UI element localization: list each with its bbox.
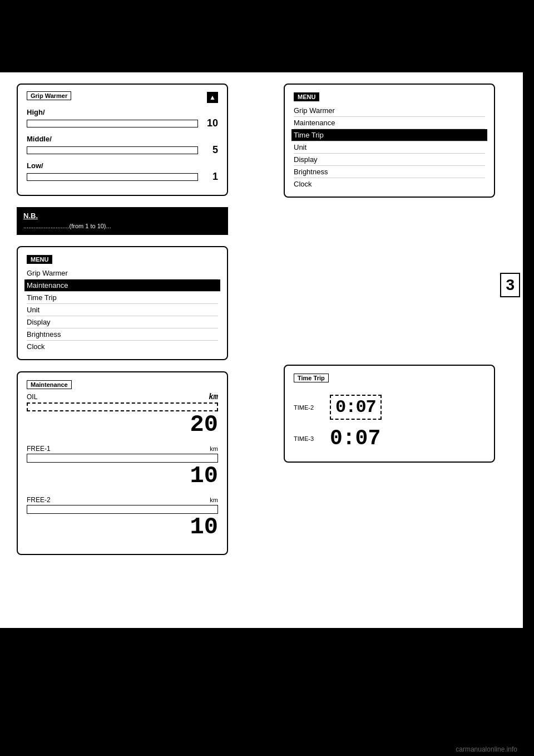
menu-item-display-2[interactable]: Display	[294, 154, 485, 166]
grip-high-bar-container: 10	[27, 117, 218, 129]
time3-row: TIME-3 0:07	[294, 426, 485, 450]
alert-icon: ▲	[207, 92, 218, 103]
maintenance-panel: Maintenance OIL km 20 FREE-1	[17, 371, 228, 555]
footer-black	[0, 628, 534, 756]
right-border	[523, 0, 534, 756]
grip-low-label: Low/	[27, 161, 218, 170]
time-trip-panel: Time Trip TIME-2 0:07 TIME-3 0:07	[284, 365, 495, 463]
grip-warmer-panel: Grip Warmer ▲ High/ 10 Middle/	[17, 84, 228, 196]
oil-row: OIL km 20	[27, 392, 218, 438]
menu-item-maintenance-2[interactable]: Maintenance	[294, 117, 485, 129]
menu-panel-1-title: MENU	[27, 255, 52, 264]
grip-low-bar-container: 1	[27, 171, 218, 183]
menu-item-grip-warmer-1[interactable]: Grip Warmer	[27, 267, 218, 279]
time2-label: TIME-2	[294, 404, 324, 411]
oil-label-text: OIL	[27, 393, 37, 401]
watermark: carmanualonline.info	[456, 745, 517, 753]
free2-label-text: FREE-2	[27, 496, 51, 504]
time3-value: 0:07	[330, 426, 380, 450]
menu-item-time-trip-2[interactable]: Time Trip	[291, 129, 487, 141]
menu-item-clock-2[interactable]: Clock	[294, 178, 485, 190]
grip-high-row: High/ 10	[27, 108, 218, 129]
grip-high-value: 10	[201, 117, 218, 129]
grip-high-bar	[27, 120, 198, 127]
free1-label-text: FREE-1	[27, 445, 51, 453]
oil-bar	[27, 402, 218, 411]
grip-low-row: Low/ 1	[27, 161, 218, 183]
left-column: Grip Warmer ▲ High/ 10 Middle/	[17, 72, 256, 566]
free1-row: FREE-1 km 10	[27, 445, 218, 489]
menu-panel-2-title: MENU	[294, 92, 319, 101]
free2-value: 10	[190, 514, 218, 541]
menu-item-display-1[interactable]: Display	[27, 316, 218, 328]
grip-high-label: High/	[27, 108, 218, 116]
page: 3 Grip Warmer ▲ High/ 10	[0, 0, 534, 756]
free2-row: FREE-2 km 10	[27, 496, 218, 541]
oil-label: OIL km	[27, 392, 218, 401]
grip-warmer-title: Grip Warmer	[27, 91, 71, 100]
oil-value: 20	[190, 411, 218, 438]
menu-item-maintenance-1[interactable]: Maintenance	[24, 279, 220, 292]
menu-item-unit-1[interactable]: Unit	[27, 304, 218, 316]
oil-icon: km	[209, 392, 218, 401]
menu-item-brightness-1[interactable]: Brightness	[27, 328, 218, 341]
grip-middle-label: Middle/	[27, 135, 218, 143]
maintenance-title: Maintenance	[27, 380, 72, 389]
nb-title: N.B.	[23, 212, 221, 220]
header-black	[0, 0, 534, 72]
grip-middle-value: 5	[201, 144, 218, 156]
free1-label-container: FREE-1 km	[27, 445, 218, 453]
menu-item-brightness-2[interactable]: Brightness	[294, 166, 485, 178]
free1-value: 10	[190, 463, 218, 489]
grip-middle-bar	[27, 146, 198, 154]
main-content: Grip Warmer ▲ High/ 10 Middle/	[17, 72, 509, 628]
grip-warmer-header: Grip Warmer ▲	[27, 91, 218, 104]
time-trip-title: Time Trip	[294, 374, 329, 382]
nb-box: N.B. ...........................(from 1 …	[17, 207, 228, 235]
free2-unit: km	[210, 497, 218, 503]
menu-item-unit-2[interactable]: Unit	[294, 141, 485, 154]
menu-panel-2: MENU Grip Warmer Maintenance Time Trip U…	[284, 84, 495, 198]
grip-low-value: 1	[201, 171, 218, 183]
free2-label-container: FREE-2 km	[27, 496, 218, 504]
menu-item-clock-1[interactable]: Clock	[27, 341, 218, 352]
time3-label: TIME-3	[294, 435, 324, 442]
menu-panel-1: MENU Grip Warmer Maintenance Time Trip U…	[17, 246, 228, 360]
menu-item-time-trip-1[interactable]: Time Trip	[27, 292, 218, 304]
free2-bar	[27, 505, 218, 514]
nb-text: ...........................(from 1 to 10…	[23, 222, 221, 230]
time2-row: TIME-2 0:07	[294, 395, 485, 420]
free1-unit: km	[210, 445, 218, 452]
grip-low-bar	[27, 173, 198, 181]
time2-value: 0:07	[330, 395, 382, 420]
right-column: MENU Grip Warmer Maintenance Time Trip U…	[284, 72, 523, 474]
grip-middle-bar-container: 5	[27, 144, 218, 156]
menu-item-grip-warmer-2[interactable]: Grip Warmer	[294, 105, 485, 117]
grip-middle-row: Middle/ 5	[27, 135, 218, 156]
free1-bar	[27, 454, 218, 463]
